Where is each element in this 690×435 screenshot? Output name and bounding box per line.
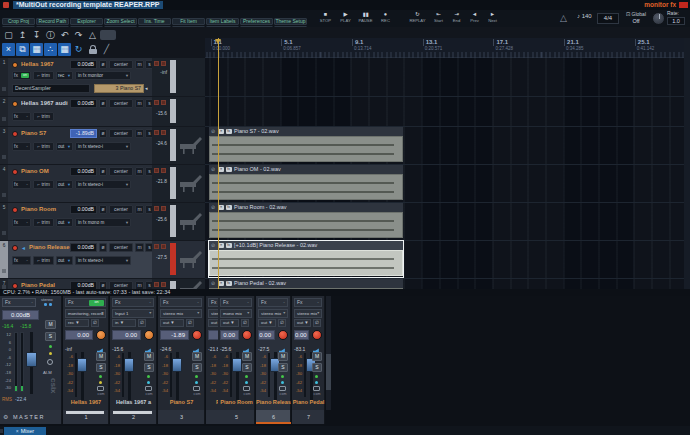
compact-button[interactable] <box>243 386 250 391</box>
mixer-strip-2[interactable]: Fx-Input 1▼in ▼∅0.00-15.6-6-18-30-42-54M… <box>110 296 157 410</box>
phase-button[interactable]: ø <box>99 60 107 69</box>
new-project-icon[interactable]: ▢ <box>2 29 15 41</box>
record-arm-dot[interactable] <box>12 169 18 175</box>
mixer-strip-5[interactable]: Fx-mono mix▼out ▼∅0.00-25.6-6-18-30-42-5… <box>218 296 255 410</box>
redo-icon[interactable]: ↷ <box>72 29 85 41</box>
input-fx-dropdown[interactable]: in fx stereo-i▼ <box>75 142 131 151</box>
solo-button[interactable]: S <box>242 363 252 372</box>
transport-next-button[interactable]: ►Next <box>484 11 501 25</box>
input-fx-dropdown[interactable]: in fx mono m▼ <box>75 218 131 227</box>
io-dropdown[interactable]: out ▼ <box>294 319 311 327</box>
io-dropdown[interactable]: in ▼ <box>112 319 136 327</box>
record-arm-button[interactable] <box>242 330 252 340</box>
trim-button[interactable]: ⌐ trim <box>33 71 54 80</box>
fx-button[interactable]: fx- <box>12 142 31 151</box>
pan-control[interactable]: center <box>109 129 133 138</box>
mono-button[interactable] <box>47 359 53 365</box>
folder-button[interactable] <box>2 231 6 235</box>
channel-number-cell[interactable]: 7 <box>292 410 325 424</box>
fx-button[interactable]: fxon <box>12 71 31 80</box>
transport-start-button[interactable]: ⇤Start <box>430 11 447 25</box>
arrange-view[interactable]: 1.10:00.0005.10:06.8579.10:13.71413.10:2… <box>205 38 690 295</box>
io-dropdown[interactable]: rec ▼ <box>65 319 89 327</box>
repeat-icon[interactable]: ↻ <box>72 43 85 56</box>
folder-button[interactable] <box>2 269 6 273</box>
phase-button[interactable]: ø <box>99 243 107 252</box>
track-header-1[interactable]: Hellas 19670.00dBøcentermsfxon⌐ trimrec▼… <box>8 58 152 96</box>
channel-fx-dropdown[interactable]: Fx- <box>160 298 202 307</box>
screenset-button[interactable] <box>100 30 116 40</box>
channel-number-cell[interactable]: 5 <box>218 410 255 424</box>
channel-number-cell[interactable]: 6 <box>256 410 291 424</box>
fader-handle[interactable] <box>124 358 134 372</box>
trim-button[interactable]: ⌐ trim <box>33 112 54 121</box>
transport-replay-button[interactable]: ↻REPLAY <box>406 11 429 25</box>
time-signature[interactable]: 4/4 <box>597 13 619 24</box>
mute-button[interactable]: m <box>135 167 144 176</box>
track-gutter-4[interactable]: 4 <box>0 165 8 202</box>
master-volume-readout[interactable]: 0.00dB <box>2 310 39 320</box>
instrument-name-box[interactable]: DecentSampler <box>12 84 90 93</box>
master-strip[interactable]: Fx-stereo0.00dB-16.4-15.81260-6-12-18-24… <box>0 296 62 410</box>
channel-volume-readout[interactable]: 0.00 <box>220 330 239 340</box>
pan-control[interactable]: center <box>109 205 133 214</box>
item-fx-badge[interactable]: fx <box>226 243 232 249</box>
ripple-edit-icon[interactable]: ⧉ <box>16 43 29 56</box>
close-icon[interactable]: × <box>16 428 19 434</box>
solo-button[interactable]: S <box>312 363 322 372</box>
media-item-body[interactable] <box>209 212 403 238</box>
monitor-speaker-icon[interactable] <box>313 342 322 350</box>
channel-volume-readout[interactable]: -1.89 <box>160 330 189 340</box>
mute-button[interactable]: m <box>135 99 144 108</box>
monitor-speaker-icon[interactable]: ◄ <box>21 245 27 251</box>
mixer-strip-3[interactable]: Fx-stereo mix▼out ▼∅-1.89-24.6-6-18-30-4… <box>158 296 205 410</box>
pencil-icon[interactable]: ╱ <box>100 43 113 56</box>
io-dropdown[interactable]: out ▼ <box>258 319 276 327</box>
mixer-scrollbar-handle[interactable] <box>326 354 331 390</box>
project-info-icon[interactable]: ⓘ <box>44 29 57 41</box>
record-arm-button[interactable] <box>144 330 154 340</box>
record-arm-dot[interactable] <box>12 207 18 213</box>
track-gutter-2[interactable]: 2 <box>0 97 8 126</box>
input-fx-dropdown[interactable]: in fx monitor▼ <box>75 71 131 80</box>
track-header-3[interactable]: Piano S7-1.89dBøcentermsfx-⌐ trimout▼in … <box>8 127 152 164</box>
mute-button[interactable]: m <box>135 205 144 214</box>
fader-handle[interactable] <box>77 358 87 372</box>
routing-dropdown[interactable]: monitoring, record▼ <box>65 309 106 318</box>
master-label-cell[interactable]: ⚙MASTER <box>0 410 62 424</box>
transport-pause-button[interactable]: ▮▮PAUSE <box>356 11 375 25</box>
input-fx-dropdown[interactable]: in fx stereo-i▼ <box>75 256 131 265</box>
solo-button[interactable]: S <box>278 363 288 372</box>
pan-control[interactable]: center <box>109 243 133 252</box>
solo-button[interactable]: S <box>192 363 202 372</box>
compact-button[interactable] <box>193 386 200 391</box>
master-mute-button[interactable]: M <box>45 320 56 329</box>
channel-number-cell[interactable]: 3 <box>158 410 205 424</box>
routing-dropdown[interactable]: mono mix▼ <box>220 309 252 318</box>
phase-button[interactable]: ∅ <box>313 319 321 327</box>
record-arm-button[interactable] <box>96 330 106 340</box>
fx-button[interactable]: fx- <box>12 256 31 265</box>
monitor-speaker-icon[interactable] <box>279 342 288 350</box>
volume-readout[interactable]: 0.00dB <box>70 205 97 214</box>
global-value[interactable]: Off <box>622 18 650 24</box>
channel-number-cell[interactable]: 1 <box>63 410 109 424</box>
transport-stop-button[interactable]: ■STOP <box>316 11 335 25</box>
folder-button[interactable] <box>2 87 6 91</box>
record-arm-button[interactable] <box>278 330 288 340</box>
pan-control[interactable]: center <box>109 167 133 176</box>
item-fx-badge[interactable]: fx <box>226 167 232 173</box>
rate-value[interactable]: 1.0 <box>667 17 685 25</box>
record-arm-dot[interactable] <box>12 101 18 107</box>
mixer-strip-7[interactable]: Fx-stereo mix▼out ▼∅0.00-83.1-6-18-30-42… <box>292 296 325 410</box>
trim-button[interactable]: ⌐ trim <box>33 256 54 265</box>
arrange-scrollbar[interactable] <box>684 38 690 295</box>
media-item-titlebar[interactable]: ⊘≡fxPiano Room - 02.wav <box>209 203 403 212</box>
track-header-2[interactable]: Hellas 1967 audi0.00dBøcentermsfx-⌐ trim <box>8 97 152 126</box>
monitor-speaker-icon[interactable] <box>145 342 154 350</box>
track-header-5[interactable]: Piano Room0.00dBøcentermsfx-⌐ trimout▼in… <box>8 203 152 240</box>
track-header-4[interactable]: Piano OM0.00dBøcentermsfx-⌐ trimout▼in f… <box>8 165 152 202</box>
patch-selector[interactable]: 3 Piano S7 <box>94 84 144 93</box>
fader-handle[interactable] <box>232 358 242 372</box>
folder-button[interactable] <box>2 193 6 197</box>
